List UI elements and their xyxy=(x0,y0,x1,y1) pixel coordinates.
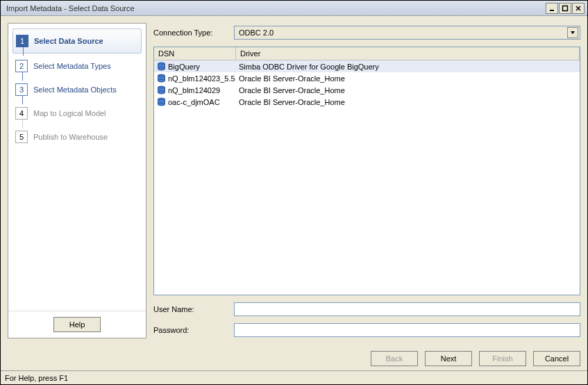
step-select-metadata-types[interactable]: 2 Select Metadata Types xyxy=(12,54,142,78)
wizard-steps: 1 Select Data Source 2 Select Metadata T… xyxy=(8,24,146,311)
close-button[interactable] xyxy=(572,3,585,14)
step-publish-to-warehouse[interactable]: 5 Publish to Warehouse xyxy=(12,125,142,149)
svg-point-16 xyxy=(158,103,165,106)
status-bar: For Help, press F1 xyxy=(1,370,587,384)
dsn-name: BigQuery xyxy=(168,63,200,71)
list-header: DSN Driver xyxy=(154,47,580,60)
maximize-button[interactable] xyxy=(559,3,571,14)
password-input[interactable] xyxy=(234,323,580,337)
svg-point-13 xyxy=(158,91,165,94)
database-icon xyxy=(157,97,166,106)
credentials: User Name: Password: xyxy=(153,302,580,338)
wizard-footer: Back Next Finish Cancel xyxy=(1,345,587,370)
connection-type-row: Connection Type: ODBC 2.0 xyxy=(153,26,580,40)
close-icon xyxy=(575,5,582,12)
database-icon xyxy=(157,85,166,95)
driver-name: Oracle BI Server-Oracle_Home xyxy=(236,74,580,83)
step-number: 2 xyxy=(15,60,28,72)
svg-point-10 xyxy=(158,79,165,82)
svg-point-7 xyxy=(158,67,165,70)
chevron-down-icon xyxy=(567,27,578,38)
finish-button[interactable]: Finish xyxy=(479,351,526,366)
step-label: Select Metadata Objects xyxy=(33,85,117,94)
database-icon xyxy=(157,62,166,71)
step-label: Map to Logical Model xyxy=(33,109,106,117)
window-controls xyxy=(545,3,585,14)
step-label: Select Data Source xyxy=(34,37,103,45)
column-header-dsn[interactable]: DSN xyxy=(154,47,236,60)
password-label: Password: xyxy=(153,326,234,334)
password-row: Password: xyxy=(153,323,580,337)
connection-type-value: ODBC 2.0 xyxy=(239,28,274,37)
cancel-button[interactable]: Cancel xyxy=(533,351,580,366)
list-item[interactable]: oac-c_djmOAC Oracle BI Server-Oracle_Hom… xyxy=(154,96,580,108)
username-row: User Name: xyxy=(153,302,580,316)
step-label: Publish to Warehouse xyxy=(33,133,108,141)
wizard-sidebar: 1 Select Data Source 2 Select Metadata T… xyxy=(8,23,146,338)
driver-name: Oracle BI Server-Oracle_Home xyxy=(236,85,580,95)
connection-type-label: Connection Type: xyxy=(153,28,234,37)
list-item[interactable]: nQ_blm124023_5.5 Oracle BI Server-Oracle… xyxy=(154,72,580,84)
minimize-button[interactable] xyxy=(546,3,558,14)
step-number: 3 xyxy=(15,83,28,96)
dsn-name: oac-c_djmOAC xyxy=(168,98,220,106)
step-number: 1 xyxy=(16,35,28,47)
driver-name: Oracle BI Server-Oracle_Home xyxy=(236,97,580,107)
dsn-name: nQ_blm124023_5.5 xyxy=(168,74,235,83)
help-button[interactable]: Help xyxy=(53,317,101,332)
status-text: For Help, press F1 xyxy=(5,374,68,382)
back-button[interactable]: Back xyxy=(371,351,418,366)
connection-type-dropdown[interactable]: ODBC 2.0 xyxy=(234,26,580,40)
dsn-name: nQ_blm124029 xyxy=(168,86,220,95)
database-icon xyxy=(157,74,166,83)
main-panel: Connection Type: ODBC 2.0 DSN Driver xyxy=(151,23,580,338)
list-item[interactable]: nQ_blm124029 Oracle BI Server-Oracle_Hom… xyxy=(154,84,580,96)
step-select-metadata-objects[interactable]: 3 Select Metadata Objects xyxy=(12,78,142,101)
driver-name: Simba ODBC Driver for Google BigQuery xyxy=(236,62,580,72)
svg-marker-4 xyxy=(571,31,575,34)
sidebar-footer: Help xyxy=(8,311,146,338)
username-label: User Name: xyxy=(153,305,234,313)
step-select-data-source[interactable]: 1 Select Data Source xyxy=(12,28,142,54)
import-metadata-window: Import Metadata - Select Data Source 1 S… xyxy=(0,0,588,385)
data-source-list[interactable]: DSN Driver BigQuery Simba ODBC Driver fo… xyxy=(153,47,580,295)
step-number: 4 xyxy=(15,107,28,120)
window-title: Import Metadata - Select Data Source xyxy=(3,4,545,13)
titlebar: Import Metadata - Select Data Source xyxy=(1,1,587,16)
svg-rect-1 xyxy=(563,6,568,10)
maximize-icon xyxy=(562,5,569,12)
column-header-driver[interactable]: Driver xyxy=(236,47,580,60)
step-map-to-logical-model[interactable]: 4 Map to Logical Model xyxy=(12,101,142,125)
body: 1 Select Data Source 2 Select Metadata T… xyxy=(1,16,587,345)
step-label: Select Metadata Types xyxy=(33,62,111,70)
username-input[interactable] xyxy=(234,302,580,316)
list-item[interactable]: BigQuery Simba ODBC Driver for Google Bi… xyxy=(154,60,580,72)
step-number: 5 xyxy=(15,131,28,143)
list-body: BigQuery Simba ODBC Driver for Google Bi… xyxy=(154,60,580,295)
minimize-icon xyxy=(548,5,555,12)
next-button[interactable]: Next xyxy=(425,351,472,366)
